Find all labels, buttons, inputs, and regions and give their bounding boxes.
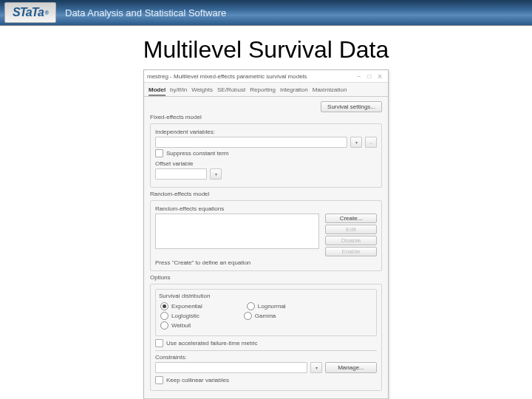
independent-vars-input[interactable] [155,137,347,148]
stata-logo: STaTa® [4,2,56,23]
constraints-input[interactable] [155,362,307,373]
enable-equation-button[interactable]: Enable [325,247,377,256]
distribution-label: Survival distribution [159,293,372,299]
survival-settings-button[interactable]: Survival settings... [321,101,382,112]
mestreg-dialog: mestreg - Multilevel mixed-effects param… [143,69,389,399]
dialog-titlebar: mestreg - Multilevel mixed-effects param… [144,70,388,83]
divider [155,350,377,351]
random-effects-heading: Random-effects model [150,191,382,197]
distribution-group: Survival distribution Exponential Lognor… [155,289,377,336]
radio-gamma[interactable] [244,312,252,320]
aft-label: Use accelerated failure-time metric [166,340,258,347]
radio-weibull-label: Weibull [171,322,191,329]
manage-constraints-button[interactable]: Manage... [325,362,377,373]
offset-dropdown[interactable]: ▾ [210,168,222,180]
dialog-tabs: Model by/if/in Weights SE/Robust Reporti… [144,83,388,97]
independent-vars-label: Independent variables: [155,129,377,135]
radio-weibull[interactable] [160,321,168,330]
tab-model[interactable]: Model [149,85,166,96]
radio-loglogistic-label: Loglogistic [171,313,200,319]
options-group: Survival distribution Exponential Lognor… [150,284,382,391]
keep-collinear-label: Keep collinear variables [166,377,229,383]
radio-lognormal[interactable] [247,302,255,310]
keep-collinear-checkbox[interactable] [155,376,163,384]
radio-lognormal-label: Lognormal [258,303,286,310]
create-hint: Press "Create" to define an equation [155,259,377,266]
logo-text: STaTa [13,6,44,19]
create-equation-button[interactable]: Create... [325,214,377,223]
independent-vars-dropdown[interactable]: ▾ [350,137,362,148]
maximize-button[interactable]: □ [364,73,375,80]
suppress-constant-label: Suppress constant term [166,150,228,157]
tab-maximization[interactable]: Maximization [313,85,347,96]
disable-equation-button[interactable]: Disable [325,236,377,245]
radio-gamma-label: Gamma [255,313,276,319]
tab-integration[interactable]: Integration [280,85,308,96]
suppress-constant-checkbox[interactable] [155,149,163,157]
edit-equation-button[interactable]: Edit [325,225,377,234]
registered-mark: ® [45,10,48,16]
random-effects-group: Random-effects equations Create... Edit … [150,200,382,271]
slide-title: Multilevel Survival Data [0,36,532,64]
radio-loglogistic[interactable] [160,312,168,320]
tab-serobust[interactable]: SE/Robust [217,85,245,96]
close-button[interactable]: X [375,73,385,80]
app-banner: STaTa® Data Analysis and Statistical Sof… [0,0,532,26]
offset-label: Offset variable [155,160,377,167]
fixed-effects-group: Independent variables: ▾ ... Suppress co… [150,123,382,188]
options-heading: Options [150,274,382,281]
independent-vars-more[interactable]: ... [365,137,377,148]
aft-checkbox[interactable] [155,339,163,347]
constraints-label: Constraints: [155,354,377,361]
tab-weights[interactable]: Weights [191,85,213,96]
radio-exponential[interactable] [160,302,168,310]
radio-exponential-label: Exponential [171,303,202,310]
random-eq-label: Random-effects equations [155,205,377,212]
tab-reporting[interactable]: Reporting [250,85,276,96]
constraints-dropdown[interactable]: ▾ [310,362,322,373]
minimize-button[interactable]: − [354,73,364,80]
equations-listbox[interactable] [155,214,319,249]
offset-input[interactable] [155,168,207,180]
dialog-title: mestreg - Multilevel mixed-effects param… [147,73,354,80]
tab-byifin[interactable]: by/if/in [170,85,187,96]
fixed-effects-heading: Fixed-effects model [150,114,382,120]
tagline: Data Analysis and Statistical Software [65,7,226,18]
